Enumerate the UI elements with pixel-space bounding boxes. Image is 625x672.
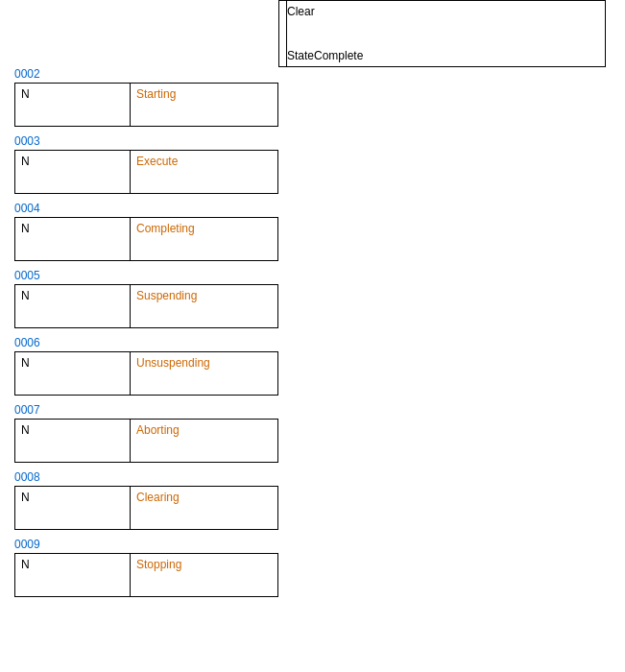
clear-label: Clear (287, 5, 597, 18)
row-left-value: N (21, 289, 30, 302)
row-right-value: Clearing (136, 491, 180, 504)
table-row: NStarting (14, 83, 278, 127)
table-row: NClearing (14, 486, 278, 530)
table-row: NAborting (14, 419, 278, 463)
table-row: NSuspending (14, 284, 278, 328)
row-right-value: Stopping (136, 558, 181, 571)
row-left-value: N (21, 558, 30, 571)
table-row: NCompleting (14, 217, 278, 261)
row-group: 0002NStarting (14, 67, 625, 127)
row-right-cell: Unsuspending (131, 352, 277, 395)
row-left-cell: N (15, 151, 131, 193)
row-id-label: 0004 (14, 202, 625, 215)
row-group: 0009NStopping (14, 538, 625, 597)
row-right-value: Suspending (136, 289, 197, 302)
row-group: 0008NClearing (14, 470, 625, 530)
row-left-cell: N (15, 84, 131, 126)
row-right-value: Aborting (136, 423, 180, 437)
row-group: 0006NUnsuspending (14, 336, 625, 396)
row-left-value: N (21, 222, 30, 235)
row-right-cell: Completing (131, 218, 277, 260)
row-right-value: Starting (136, 87, 176, 101)
row-right-cell: Aborting (131, 420, 277, 462)
row-left-cell: N (15, 420, 131, 462)
table-row: NUnsuspending (14, 351, 278, 396)
row-right-value: Execute (136, 155, 178, 168)
row-right-cell: Starting (131, 84, 277, 126)
row-group: 0004NCompleting (14, 202, 625, 261)
row-right-cell: Clearing (131, 487, 277, 529)
row-left-cell: N (15, 218, 131, 260)
rows-container: 0002NStarting0003NExecute0004NCompleting… (14, 67, 625, 597)
row-right-cell: Execute (131, 151, 277, 193)
row-id-label: 0002 (14, 67, 625, 81)
top-box: Clear StateComplete (278, 0, 606, 67)
row-id-label: 0006 (14, 336, 625, 349)
row-group: 0005NSuspending (14, 269, 625, 328)
table-row: NStopping (14, 553, 278, 597)
top-connector-line (286, 0, 287, 67)
row-left-cell: N (15, 285, 131, 327)
row-group: 0007NAborting (14, 403, 625, 463)
row-right-value: Completing (136, 222, 195, 235)
table-row: NExecute (14, 150, 278, 194)
row-left-cell: N (15, 554, 131, 596)
row-id-label: 0003 (14, 134, 625, 148)
row-id-label: 0009 (14, 538, 625, 551)
row-right-cell: Suspending (131, 285, 277, 327)
row-id-label: 0007 (14, 403, 625, 417)
row-left-cell: N (15, 352, 131, 395)
row-id-label: 0008 (14, 470, 625, 484)
row-right-value: Unsuspending (136, 356, 210, 370)
row-left-value: N (21, 491, 30, 504)
row-group: 0003NExecute (14, 134, 625, 194)
row-id-label: 0005 (14, 269, 625, 282)
row-left-cell: N (15, 487, 131, 529)
row-left-value: N (21, 155, 30, 168)
row-left-value: N (21, 87, 30, 101)
row-right-cell: Stopping (131, 554, 277, 596)
state-complete-label: StateComplete (287, 49, 597, 62)
row-left-value: N (21, 356, 30, 370)
row-left-value: N (21, 423, 30, 437)
